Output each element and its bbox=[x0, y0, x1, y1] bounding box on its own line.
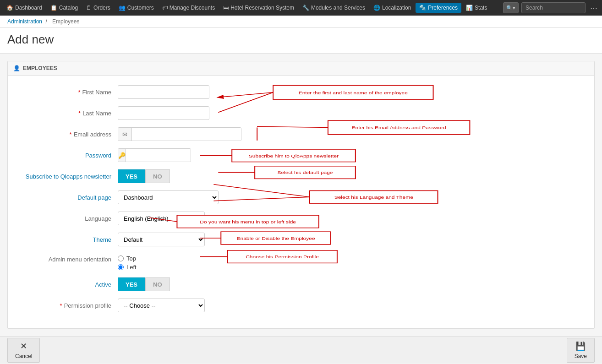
email-icon: ✉ bbox=[118, 128, 132, 141]
language-row: Language English (English) French (Franç… bbox=[12, 211, 590, 226]
newsletter-label: Subscribe to Qloapps newsletter bbox=[12, 173, 118, 180]
newsletter-no-button[interactable]: NO bbox=[145, 169, 170, 183]
breadcrumb-separator: / bbox=[45, 18, 49, 25]
required-star: * bbox=[78, 89, 80, 96]
language-select[interactable]: English (English) French (Français) bbox=[118, 212, 205, 225]
password-icon: 🔑 bbox=[118, 149, 126, 162]
cancel-icon: ✕ bbox=[20, 341, 27, 351]
first-name-label: *First Name bbox=[12, 89, 118, 96]
breadcrumb-current: Employees bbox=[52, 18, 79, 25]
first-name-row: *First Name bbox=[12, 85, 590, 99]
panel-body: *First Name *Last Name *Email address ✉ bbox=[8, 76, 594, 328]
cancel-button[interactable]: ✕ Cancel bbox=[7, 338, 40, 363]
email-input[interactable] bbox=[132, 128, 241, 141]
default-page-row: Default page Dashboard Catalog Orders bbox=[12, 190, 590, 205]
required-star-4: * bbox=[60, 302, 62, 309]
active-no-button[interactable]: NO bbox=[145, 277, 170, 291]
email-label: *Email address bbox=[12, 131, 118, 138]
nav-manage-discounts[interactable]: 🏷 Manage Discounts bbox=[159, 3, 219, 13]
email-input-wrapper: ✉ bbox=[118, 127, 241, 141]
theme-select[interactable]: Default Dark bbox=[118, 233, 205, 246]
breadcrumb: Administration / Employees bbox=[0, 16, 602, 28]
menu-orientation-label: Admin menu orientation bbox=[12, 255, 118, 263]
email-row: *Email address ✉ bbox=[12, 127, 590, 141]
theme-row: Theme Default Dark bbox=[12, 232, 590, 247]
breadcrumb-root[interactable]: Administration bbox=[7, 18, 42, 25]
language-label: Language bbox=[12, 215, 118, 222]
page-title-bar: Add new bbox=[0, 28, 602, 54]
orientation-left-radio[interactable] bbox=[118, 264, 124, 270]
active-yes-button[interactable]: YES bbox=[118, 277, 145, 291]
default-page-select[interactable]: Dashboard Catalog Orders bbox=[118, 190, 219, 204]
save-button[interactable]: 💾 Save bbox=[567, 338, 595, 363]
orientation-top-radio[interactable] bbox=[118, 255, 124, 261]
bottom-bar: ✕ Cancel 💾 Save bbox=[0, 336, 602, 364]
nav-stats[interactable]: 📊 Stats bbox=[462, 3, 491, 13]
page-title: Add new bbox=[7, 33, 595, 47]
main-content: 👤 EMPLOYEES *First Name *Last Name bbox=[0, 54, 602, 336]
last-name-label: *Last Name bbox=[12, 110, 118, 117]
cancel-label: Cancel bbox=[15, 353, 32, 359]
employees-panel: 👤 EMPLOYEES *First Name *Last Name bbox=[7, 61, 595, 329]
top-navigation: 🏠 Dashboard 📋 Catalog 🗒 Orders 👥 Custome… bbox=[0, 0, 602, 16]
permission-label: *Permission profile bbox=[12, 302, 118, 309]
password-label: Password bbox=[12, 152, 118, 159]
last-name-row: *Last Name bbox=[12, 106, 590, 120]
employees-icon: 👤 bbox=[13, 65, 20, 71]
search-input[interactable] bbox=[521, 2, 586, 13]
orientation-top-option[interactable]: Top bbox=[118, 255, 137, 262]
nav-search-area: 🔍▾ ⋯ bbox=[503, 2, 599, 13]
panel-heading: 👤 EMPLOYEES bbox=[8, 61, 594, 76]
required-star-3: * bbox=[70, 131, 72, 138]
nav-modules[interactable]: 🔧 Modules and Services bbox=[299, 3, 369, 13]
nav-catalog[interactable]: 📋 Catalog bbox=[47, 3, 82, 13]
last-name-input[interactable] bbox=[118, 106, 209, 120]
active-row: Active YES NO bbox=[12, 277, 590, 292]
newsletter-toggle: YES NO bbox=[118, 169, 170, 183]
active-label: Active bbox=[12, 281, 118, 288]
nav-preferences[interactable]: 🔩 Preferences bbox=[416, 3, 461, 13]
first-name-input[interactable] bbox=[118, 85, 209, 99]
nav-localization[interactable]: 🌐 Localization bbox=[370, 3, 415, 13]
orientation-left-option[interactable]: Left bbox=[118, 264, 137, 271]
default-page-label: Default page bbox=[12, 194, 118, 201]
orientation-radio-group: Top Left bbox=[118, 255, 137, 271]
permission-row: *Permission profile -- Choose -- bbox=[12, 298, 590, 313]
more-options-button[interactable]: ⋯ bbox=[588, 4, 599, 12]
nav-hotel-reservation[interactable]: 🛏 Hotel Reservation System bbox=[219, 3, 298, 13]
menu-orientation-row: Admin menu orientation Top Left bbox=[12, 253, 590, 271]
password-input[interactable] bbox=[126, 149, 191, 162]
panel-title: EMPLOYEES bbox=[23, 65, 57, 71]
required-star-2: * bbox=[78, 110, 81, 117]
nav-orders[interactable]: 🗒 Orders bbox=[82, 3, 114, 13]
save-icon: 💾 bbox=[575, 341, 586, 351]
theme-label: Theme bbox=[12, 236, 118, 243]
search-button[interactable]: 🔍▾ bbox=[503, 2, 519, 13]
nav-customers[interactable]: 👥 Customers bbox=[115, 3, 158, 13]
password-input-wrapper: 🔑 bbox=[118, 148, 191, 162]
newsletter-row: Subscribe to Qloapps newsletter YES NO bbox=[12, 169, 590, 184]
active-toggle: YES NO bbox=[118, 277, 170, 291]
permission-select[interactable]: -- Choose -- bbox=[118, 299, 205, 312]
save-label: Save bbox=[575, 353, 587, 359]
newsletter-yes-button[interactable]: YES bbox=[118, 169, 145, 183]
nav-dashboard[interactable]: 🏠 Dashboard bbox=[3, 3, 46, 13]
password-row: Password 🔑 bbox=[12, 148, 590, 163]
